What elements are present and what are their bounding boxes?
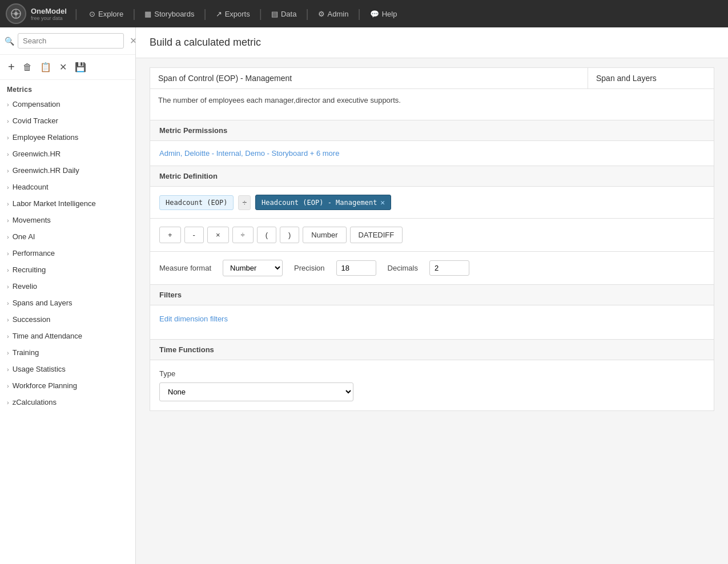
time-type-select[interactable]: None	[159, 382, 353, 401]
time-type-label: Type	[159, 369, 705, 378]
sidebar-item-zcalculations[interactable]: ›zCalculations ✏	[0, 394, 135, 410]
permissions-link[interactable]: Admin, Deloitte - Internal, Demo - Story…	[159, 149, 339, 158]
metric-name-input[interactable]	[150, 68, 588, 88]
chevron-icon: ›	[7, 366, 9, 373]
nav-explore[interactable]: ⊙ Explore	[81, 0, 131, 27]
chevron-icon: ›	[7, 101, 9, 108]
edit-dimension-filters-link[interactable]: Edit dimension filters	[159, 315, 228, 323]
sidebar-list: ›Compensation ✏ ›Covid Tracker ✏ ›Employ…	[0, 96, 135, 564]
calc-btn-close-paren[interactable]: )	[280, 227, 299, 243]
page-title: Build a calculated metric	[150, 37, 714, 49]
nav-sep-3: |	[259, 7, 262, 21]
sidebar-item-movements[interactable]: ›Movements ✏	[0, 212, 135, 228]
calc-btn-plus[interactable]: +	[159, 227, 181, 243]
logo-icon	[6, 3, 26, 24]
calc-btn-divide[interactable]: ÷	[232, 227, 254, 243]
formula-chip-close-icon[interactable]: ✕	[380, 198, 385, 207]
nav-sep-2: |	[203, 7, 206, 21]
chevron-icon: ›	[7, 300, 9, 307]
sidebar-item-greenwich-hr-daily[interactable]: ›Greenwich.HR Daily ✏	[0, 162, 135, 179]
formula-right-chip[interactable]: Headcount (EOP) - Management ✕	[255, 195, 391, 210]
format-row: Measure format Number Percentage Currenc…	[150, 252, 714, 285]
sidebar-item-workforce-planning[interactable]: ›Workforce Planning ✏	[0, 377, 135, 394]
formula-left-chip[interactable]: Headcount (EOP)	[159, 195, 234, 210]
storyboards-icon: ▦	[144, 10, 151, 18]
logo: OneModel free your data	[6, 3, 67, 24]
save-metric-button[interactable]: 💾	[74, 61, 87, 74]
permissions-section-body: Admin, Deloitte - Internal, Demo - Story…	[150, 141, 714, 166]
chevron-icon: ›	[7, 283, 9, 290]
decimals-input[interactable]	[429, 260, 469, 276]
sidebar-section-label: Metrics	[0, 80, 135, 96]
nav-exports[interactable]: ↗ Exports	[208, 0, 258, 27]
chevron-icon: ›	[7, 333, 9, 340]
calc-btn-open-paren[interactable]: (	[257, 227, 276, 243]
sidebar-item-employee-relations[interactable]: ›Employee Relations ✏	[0, 129, 135, 146]
nav-sep-4: |	[305, 7, 308, 21]
nav-admin[interactable]: ⚙ Admin	[310, 0, 357, 27]
nav-storyboards[interactable]: ▦ Storyboards	[136, 0, 202, 27]
nav-sep-1: |	[132, 7, 135, 21]
permissions-section-header: Metric Permissions	[150, 120, 714, 141]
sidebar-item-performance[interactable]: ›Performance ✏	[0, 245, 135, 261]
help-icon: 💬	[370, 10, 379, 18]
sidebar-item-spans-and-layers[interactable]: ›Spans and Layers ✏	[0, 295, 135, 311]
clear-search-icon[interactable]: ✕	[127, 34, 136, 47]
sidebar-item-labor-market[interactable]: ›Labor Market Intelligence ✏	[0, 195, 135, 212]
sidebar-item-one-ai[interactable]: ›One AI ✏	[0, 228, 135, 245]
chevron-icon: ›	[7, 382, 9, 389]
formula-operator-chip: ÷	[238, 195, 251, 210]
chevron-icon: ›	[7, 118, 9, 124]
sidebar-item-succession[interactable]: ›Succession ✏	[0, 311, 135, 328]
cancel-metric-button[interactable]: ✕	[58, 61, 68, 74]
precision-label: Precision	[294, 264, 324, 272]
calc-btn-number[interactable]: Number	[303, 227, 346, 243]
metric-description-input[interactable]: The number of employees each manager,dir…	[150, 89, 714, 120]
nav-help[interactable]: 💬 Help	[362, 0, 405, 27]
filters-section-body: Edit dimension filters	[150, 305, 714, 340]
chevron-icon: ›	[7, 217, 9, 224]
sidebar-item-training[interactable]: ›Training ✏	[0, 344, 135, 361]
chevron-icon: ›	[7, 250, 9, 257]
calc-btn-datediff[interactable]: DATEDIFF	[350, 227, 403, 243]
nav-data[interactable]: ▤ Data	[263, 0, 304, 27]
explore-icon: ⊙	[89, 10, 95, 18]
metric-category-input[interactable]	[588, 68, 714, 88]
time-functions-body: Type None	[150, 360, 714, 411]
chevron-icon: ›	[7, 167, 9, 174]
content-area: The number of employees each manager,dir…	[136, 58, 728, 420]
sidebar-item-covid-tracker[interactable]: ›Covid Tracker ✏	[0, 112, 135, 129]
search-input[interactable]	[18, 33, 124, 49]
sidebar-item-greenwich-hr[interactable]: ›Greenwich.HR ✏	[0, 146, 135, 162]
exports-icon: ↗	[216, 10, 222, 18]
chevron-icon: ›	[7, 267, 9, 273]
search-icon: 🔍	[5, 37, 14, 46]
time-functions-header: Time Functions	[150, 340, 714, 360]
filters-section-header: Filters	[150, 285, 714, 305]
calc-btn-minus[interactable]: -	[184, 227, 204, 243]
chevron-icon: ›	[7, 184, 9, 191]
logo-svg	[10, 8, 22, 19]
add-metric-button[interactable]: +	[7, 59, 16, 75]
measure-format-select[interactable]: Number Percentage Currency	[223, 260, 283, 276]
nav-sep-5: |	[357, 7, 360, 21]
sidebar-item-usage-statistics[interactable]: ›Usage Statistics ✏	[0, 361, 135, 377]
chevron-icon: ›	[7, 134, 9, 141]
delete-metric-button[interactable]: 🗑	[22, 61, 33, 74]
measure-format-label: Measure format	[159, 264, 211, 272]
calc-btn-multiply[interactable]: ×	[207, 227, 229, 243]
main-content: Build a calculated metric The number of …	[136, 27, 728, 564]
chevron-icon: ›	[7, 316, 9, 323]
page-header: Build a calculated metric	[136, 27, 728, 58]
sidebar-item-time-and-attendance[interactable]: ›Time and Attendance ✏	[0, 328, 135, 344]
chevron-icon: ›	[7, 151, 9, 158]
chevron-icon: ›	[7, 399, 9, 406]
sidebar-item-compensation[interactable]: ›Compensation ✏	[0, 96, 135, 112]
sidebar-item-recruiting[interactable]: ›Recruiting ✏	[0, 261, 135, 278]
sidebar-item-headcount[interactable]: ›Headcount ✏	[0, 179, 135, 195]
precision-input[interactable]	[336, 260, 376, 276]
copy-metric-button[interactable]: 📋	[39, 61, 53, 74]
sidebar-item-revelio[interactable]: ›Revelio ✏	[0, 278, 135, 295]
calc-buttons-row: + - × ÷ ( ) Number DATEDIFF	[150, 219, 714, 252]
decimals-label: Decimals	[388, 264, 418, 272]
